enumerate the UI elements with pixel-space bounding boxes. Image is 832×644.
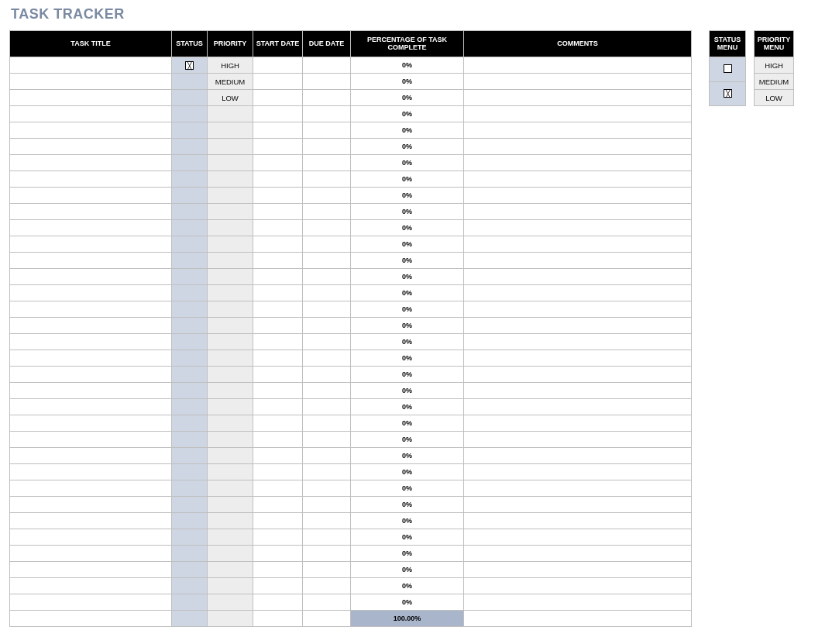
- start-date-cell[interactable]: [253, 513, 303, 529]
- task-title-cell[interactable]: [10, 90, 172, 106]
- comments-cell[interactable]: [464, 253, 692, 269]
- due-date-input[interactable]: [303, 57, 350, 73]
- task-title-input[interactable]: [10, 236, 171, 252]
- comments-cell[interactable]: [464, 90, 692, 106]
- status-cell[interactable]: [172, 236, 208, 253]
- due-date-cell[interactable]: [303, 415, 351, 432]
- due-date-input[interactable]: [303, 594, 350, 610]
- start-date-input[interactable]: [253, 90, 302, 105]
- comments-cell[interactable]: [464, 220, 692, 236]
- comments-cell[interactable]: [464, 448, 692, 464]
- start-date-input[interactable]: [253, 562, 302, 577]
- task-title-cell[interactable]: [10, 578, 172, 594]
- status-cell[interactable]: [172, 448, 208, 464]
- comments-cell[interactable]: [464, 350, 692, 367]
- task-title-input[interactable]: [10, 367, 171, 382]
- task-title-input[interactable]: [10, 301, 171, 317]
- priority-cell[interactable]: [208, 106, 253, 122]
- start-date-input[interactable]: [253, 74, 302, 89]
- priority-cell[interactable]: [208, 122, 253, 139]
- task-title-input[interactable]: [10, 497, 171, 512]
- task-title-input[interactable]: [10, 562, 171, 577]
- start-date-input[interactable]: [253, 578, 302, 594]
- task-title-cell[interactable]: [10, 513, 172, 529]
- due-date-cell[interactable]: [303, 399, 351, 415]
- task-title-input[interactable]: [10, 318, 171, 333]
- task-title-input[interactable]: [10, 171, 171, 187]
- comments-input[interactable]: [464, 253, 691, 268]
- due-date-input[interactable]: [303, 546, 350, 561]
- task-title-cell[interactable]: [10, 106, 172, 122]
- status-cell[interactable]: [172, 155, 208, 171]
- start-date-cell[interactable]: [253, 318, 303, 334]
- start-date-input[interactable]: [253, 301, 302, 317]
- status-cell[interactable]: [172, 253, 208, 269]
- due-date-input[interactable]: [303, 513, 350, 529]
- priority-cell[interactable]: [208, 578, 253, 594]
- task-title-cell[interactable]: [10, 253, 172, 269]
- due-date-input[interactable]: [303, 236, 350, 252]
- task-title-cell[interactable]: [10, 285, 172, 301]
- start-date-input[interactable]: [253, 269, 302, 284]
- start-date-cell[interactable]: [253, 74, 303, 90]
- status-cell[interactable]: [172, 562, 208, 578]
- due-date-cell[interactable]: [303, 432, 351, 448]
- due-date-cell[interactable]: [303, 155, 351, 171]
- priority-cell[interactable]: [208, 497, 253, 513]
- task-title-cell[interactable]: [10, 497, 172, 513]
- comments-input[interactable]: [464, 529, 691, 545]
- task-title-input[interactable]: [10, 399, 171, 415]
- due-date-cell[interactable]: [303, 301, 351, 318]
- checkbox-unchecked-icon[interactable]: [724, 64, 732, 73]
- comments-cell[interactable]: [464, 480, 692, 497]
- start-date-input[interactable]: [253, 448, 302, 463]
- priority-cell[interactable]: [208, 367, 253, 383]
- due-date-input[interactable]: [303, 139, 350, 154]
- status-cell[interactable]: [172, 464, 208, 480]
- due-date-cell[interactable]: [303, 513, 351, 529]
- task-title-input[interactable]: [10, 204, 171, 219]
- task-title-cell[interactable]: [10, 269, 172, 285]
- task-title-cell[interactable]: [10, 350, 172, 367]
- priority-cell[interactable]: [208, 301, 253, 318]
- due-date-cell[interactable]: [303, 594, 351, 611]
- start-date-input[interactable]: [253, 204, 302, 219]
- start-date-input[interactable]: [253, 399, 302, 415]
- comments-input[interactable]: [464, 301, 691, 317]
- comments-input[interactable]: [464, 432, 691, 447]
- total-start-input[interactable]: [253, 611, 302, 626]
- task-title-input[interactable]: [10, 122, 171, 138]
- start-date-cell[interactable]: [253, 301, 303, 318]
- task-title-input[interactable]: [10, 285, 171, 301]
- priority-cell[interactable]: [208, 285, 253, 301]
- status-cell[interactable]: [172, 285, 208, 301]
- start-date-cell[interactable]: [253, 594, 303, 611]
- due-date-input[interactable]: [303, 285, 350, 301]
- comments-input[interactable]: [464, 122, 691, 138]
- status-cell[interactable]: [172, 220, 208, 236]
- due-date-cell[interactable]: [303, 204, 351, 220]
- task-title-cell[interactable]: [10, 432, 172, 448]
- priority-cell[interactable]: [208, 220, 253, 236]
- start-date-cell[interactable]: [253, 415, 303, 432]
- comments-input[interactable]: [464, 285, 691, 301]
- comments-input[interactable]: [464, 57, 691, 73]
- comments-cell[interactable]: [464, 432, 692, 448]
- status-cell[interactable]: [172, 106, 208, 122]
- due-date-cell[interactable]: [303, 383, 351, 399]
- due-date-input[interactable]: [303, 529, 350, 545]
- task-title-cell[interactable]: [10, 399, 172, 415]
- due-date-cell[interactable]: [303, 367, 351, 383]
- task-title-cell[interactable]: [10, 480, 172, 497]
- task-title-cell[interactable]: [10, 188, 172, 204]
- comments-cell[interactable]: [464, 285, 692, 301]
- comments-input[interactable]: [464, 155, 691, 170]
- start-date-cell[interactable]: [253, 155, 303, 171]
- status-cell[interactable]: [172, 74, 208, 90]
- status-cell[interactable]: [172, 334, 208, 350]
- start-date-cell[interactable]: [253, 529, 303, 546]
- status-cell[interactable]: [172, 57, 208, 74]
- priority-cell[interactable]: [208, 350, 253, 367]
- task-title-input[interactable]: [10, 253, 171, 268]
- priority-menu-option[interactable]: MEDIUM: [755, 74, 794, 90]
